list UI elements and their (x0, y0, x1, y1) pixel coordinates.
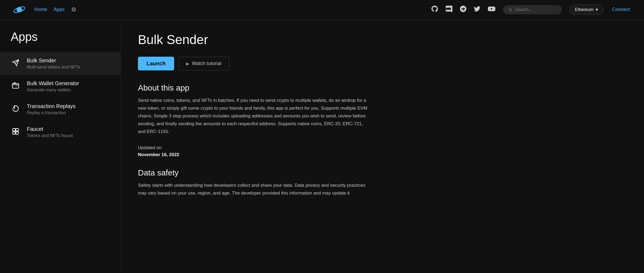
sidebar-title: Apps (0, 30, 120, 52)
watch-tutorial-label: Watch tutorial (192, 61, 221, 66)
nav-apps[interactable]: Apps (54, 7, 65, 12)
updated-label: Updated on (138, 145, 627, 150)
sidebar-item-faucet-desc: Tokens and NFTs faucet (27, 133, 73, 138)
svg-rect-7 (16, 132, 18, 134)
twitter-icon[interactable] (474, 6, 480, 14)
sidebar-item-faucet-name: Faucet (27, 126, 73, 132)
launch-button[interactable]: Launch (138, 57, 174, 70)
nav-home[interactable]: Home (34, 7, 47, 12)
sidebar-item-bulk-sender-name: Bulk Sender (27, 58, 80, 64)
updated-date: November 16, 2022 (138, 152, 627, 157)
watch-tutorial-button[interactable]: ▶ Watch tutorial (178, 57, 229, 70)
sidebar-item-bulk-wallet-desc: Generate many wallets (27, 88, 79, 92)
action-buttons: Launch ▶ Watch tutorial (138, 57, 627, 70)
data-safety-title: Data safety (138, 168, 627, 177)
sidebar-item-bulk-wallet-text: Bulk Wallet Generator Generate many wall… (27, 80, 79, 92)
wallet-icon (11, 81, 20, 91)
main-layout: Apps Bulk Sender Multi-send tokens and N… (0, 19, 644, 273)
sidebar-item-faucet[interactable]: Faucet Tokens and NFTs faucet (0, 121, 120, 143)
search-bar[interactable] (503, 5, 562, 14)
sidebar-item-bulk-wallet-name: Bulk Wallet Generator (27, 80, 79, 87)
sidebar-item-bulk-sender-text: Bulk Sender Multi-send tokens and NFTs (27, 58, 80, 70)
svg-rect-3 (13, 82, 16, 84)
connect-button[interactable]: Connect (611, 5, 631, 15)
discord-icon[interactable] (445, 6, 452, 14)
network-label: Ethereum (575, 7, 594, 12)
settings-icon[interactable]: ⚙ (71, 6, 76, 13)
svg-rect-5 (16, 129, 18, 131)
sidebar-item-faucet-text: Faucet Tokens and NFTs faucet (27, 126, 73, 138)
logo[interactable] (13, 3, 26, 16)
sidebar-item-bulk-sender[interactable]: Bulk Sender Multi-send tokens and NFTs (0, 52, 120, 75)
sidebar-item-transaction-replays-text: Transaction Replays Replay a transaction (27, 103, 76, 115)
svg-rect-2 (12, 84, 19, 88)
about-title: About this app (138, 83, 627, 92)
social-icons: Ethereum ▾ Connect (431, 5, 631, 15)
faucet-icon (11, 127, 20, 136)
sidebar-item-transaction-replays[interactable]: Transaction Replays Replay a transaction (0, 98, 120, 121)
sidebar-item-transaction-replays-desc: Replay a transaction (27, 110, 76, 115)
header: Home Apps ⚙ Ethereum ▾ (0, 0, 644, 19)
data-safety-text: Safety starts with understanding how dev… (138, 182, 369, 197)
search-icon (508, 7, 512, 12)
network-selector[interactable]: Ethereum ▾ (569, 5, 603, 15)
sidebar-item-bulk-wallet-generator[interactable]: Bulk Wallet Generator Generate many wall… (0, 75, 120, 98)
telegram-icon[interactable] (460, 6, 466, 14)
sidebar: Apps Bulk Sender Multi-send tokens and N… (0, 19, 121, 273)
content-area: Bulk Sender Launch ▶ Watch tutorial Abou… (121, 19, 644, 273)
search-input[interactable] (515, 7, 557, 12)
chevron-down-icon: ▾ (596, 7, 598, 12)
nav-links: Home Apps ⚙ (34, 6, 76, 13)
play-icon: ▶ (186, 62, 189, 66)
sidebar-item-transaction-replays-name: Transaction Replays (27, 103, 76, 109)
svg-rect-6 (13, 132, 15, 134)
app-title: Bulk Sender (138, 32, 627, 47)
svg-rect-4 (13, 129, 15, 131)
send-icon (11, 58, 20, 68)
github-icon[interactable] (431, 6, 438, 14)
replay-icon (11, 104, 20, 113)
sidebar-item-bulk-sender-desc: Multi-send tokens and NFTs (27, 65, 80, 70)
logo-icon (13, 3, 26, 16)
about-text: Send native coins, tokens, and NFTs in b… (138, 97, 369, 135)
youtube-icon[interactable] (488, 6, 495, 14)
